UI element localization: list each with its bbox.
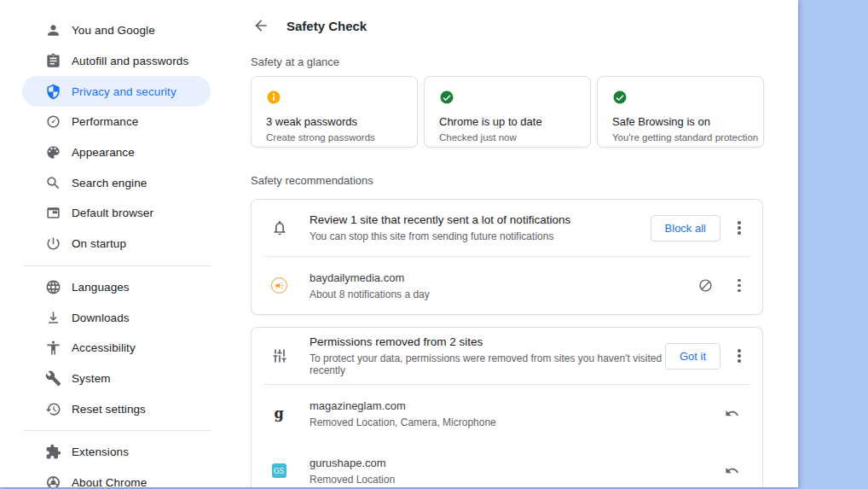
check-circle-icon <box>439 90 576 105</box>
palette-icon <box>45 144 61 160</box>
sidebar-item-extensions[interactable]: Extensions <box>0 437 247 468</box>
undo-icon <box>725 463 739 478</box>
sidebar-item-label: Languages <box>72 281 130 294</box>
browser-icon <box>45 205 61 221</box>
sidebar-item-label: Search engine <box>72 177 147 189</box>
notifications-card-header: Review 1 site that recently sent a lot o… <box>252 200 762 256</box>
site-row-baydailymedia: baydailymedia.com About 8 notifications … <box>252 257 762 314</box>
globe-icon <box>45 279 61 295</box>
glance-card-safe-browsing[interactable]: Safe Browsing is on You're getting stand… <box>597 76 764 148</box>
site-favicon-gs: GS <box>270 463 287 480</box>
undo-icon <box>725 406 739 421</box>
glance-cards-row: 3 weak passwords Create strong passwords… <box>251 76 764 148</box>
notifications-card-subtitle: You can stop this site from sending futu… <box>310 230 651 242</box>
undo-removal-button[interactable] <box>720 460 743 482</box>
clipboard-icon <box>45 53 61 69</box>
section-label-glance: Safety at a glance <box>251 55 764 68</box>
block-icon <box>698 278 713 293</box>
page-header: Safety Check <box>251 0 764 43</box>
glance-card-updates[interactable]: Chrome is up to date Checked just now <box>424 76 591 148</box>
notifications-recommendation-card: Review 1 site that recently sent a lot o… <box>251 199 763 315</box>
desktop-background: You and Google Autofill and passwords Pr… <box>0 0 868 489</box>
wrench-icon <box>45 370 61 387</box>
sidebar-item-label: Accessibility <box>72 341 136 354</box>
sidebar-item-autofill[interactable]: Autofill and passwords <box>0 46 247 77</box>
sidebar-item-label: About Chrome <box>72 476 147 487</box>
permissions-card-subtitle: To protect your data, permissions were r… <box>310 352 665 376</box>
notifications-card-title: Review 1 site that recently sent a lot o… <box>310 213 651 226</box>
glance-card-subtitle: Checked just now <box>439 132 576 143</box>
sidebar-item-label: Downloads <box>72 311 130 324</box>
restore-icon <box>45 401 61 417</box>
site-favicon-letter-g: g <box>270 405 287 422</box>
glance-card-subtitle: You're getting standard protection <box>612 132 749 143</box>
sidebar-divider <box>23 430 211 431</box>
sidebar-item-label: Privacy and security <box>72 85 176 98</box>
more-options-button[interactable] <box>728 217 750 239</box>
sidebar-item-label: On startup <box>72 237 126 250</box>
chrome-settings-window: You and Google Autofill and passwords Pr… <box>0 0 798 487</box>
safety-check-page: Safety Check Safety at a glance 3 weak p… <box>251 0 764 487</box>
search-icon <box>45 175 61 191</box>
site-detail: Removed Location <box>310 474 720 486</box>
more-options-button[interactable] <box>728 345 750 367</box>
sliders-icon <box>271 347 288 364</box>
sidebar-item-default-browser[interactable]: Default browser <box>0 198 247 229</box>
sidebar-item-search-engine[interactable]: Search engine <box>0 167 247 198</box>
section-label-recommendations: Safety recommendations <box>251 174 764 187</box>
sidebar-item-system[interactable]: System <box>0 364 247 394</box>
sidebar-item-label: Reset settings <box>72 403 146 416</box>
sidebar-item-downloads[interactable]: Downloads <box>0 302 247 333</box>
speedometer-icon <box>45 114 61 130</box>
glance-card-title: Safe Browsing is on <box>612 115 749 128</box>
puzzle-icon <box>45 444 61 460</box>
sidebar-item-languages[interactable]: Languages <box>0 272 247 303</box>
download-icon <box>45 310 61 326</box>
block-all-button[interactable]: Block all <box>651 215 720 242</box>
warning-icon <box>266 90 403 105</box>
sidebar-item-label: Performance <box>72 115 138 128</box>
site-favicon-megaphone-icon <box>270 277 287 294</box>
sidebar-item-on-startup[interactable]: On startup <box>0 229 247 259</box>
chrome-logo-icon <box>45 474 61 487</box>
block-site-button[interactable] <box>694 275 716 297</box>
bell-icon <box>271 219 288 236</box>
site-domain: baydailymedia.com <box>310 271 694 284</box>
site-row-magazineglam: g magazineglam.com Removed Location, Cam… <box>252 385 762 442</box>
glance-card-title: Chrome is up to date <box>439 115 576 128</box>
shield-icon <box>45 84 61 100</box>
person-icon <box>45 22 61 38</box>
site-domain: magazineglam.com <box>310 399 720 412</box>
settings-sidebar: You and Google Autofill and passwords Pr… <box>0 0 247 487</box>
sidebar-item-performance[interactable]: Performance <box>0 107 247 137</box>
sidebar-item-label: You and Google <box>72 24 155 37</box>
permissions-card-header: Permissions removed from 2 sites To prot… <box>252 328 762 384</box>
back-arrow-icon <box>252 17 269 34</box>
undo-removal-button[interactable] <box>720 403 743 425</box>
site-detail: Removed Location, Camera, Microphone <box>310 416 720 428</box>
accessibility-icon <box>45 340 61 356</box>
page-title: Safety Check <box>286 19 367 33</box>
site-domain: gurushape.com <box>310 457 720 469</box>
sidebar-item-you-and-google[interactable]: You and Google <box>0 15 247 46</box>
sidebar-item-privacy-and-security[interactable]: Privacy and security <box>0 76 247 107</box>
site-row-gurushape: GS gurushape.com Removed Location <box>252 442 762 487</box>
glance-card-title: 3 weak passwords <box>266 115 403 128</box>
glance-card-subtitle: Create strong passwords <box>266 132 403 143</box>
power-icon <box>45 236 61 252</box>
permissions-card-title: Permissions removed from 2 sites <box>310 335 665 348</box>
check-circle-icon <box>612 90 749 105</box>
sidebar-item-label: Default browser <box>72 207 153 219</box>
sidebar-divider <box>23 265 211 266</box>
sidebar-item-accessibility[interactable]: Accessibility <box>0 333 247 364</box>
sidebar-item-about-chrome[interactable]: About Chrome <box>0 468 247 487</box>
sidebar-item-appearance[interactable]: Appearance <box>0 137 247 168</box>
sidebar-item-label: Extensions <box>72 445 129 458</box>
got-it-button[interactable]: Got it <box>665 343 720 370</box>
more-options-button[interactable] <box>728 275 750 297</box>
site-detail: About 8 notifications a day <box>310 288 694 300</box>
sidebar-item-label: System <box>72 372 111 385</box>
back-button[interactable] <box>246 11 275 40</box>
sidebar-item-reset-settings[interactable]: Reset settings <box>0 393 247 424</box>
glance-card-passwords[interactable]: 3 weak passwords Create strong passwords <box>251 76 418 148</box>
